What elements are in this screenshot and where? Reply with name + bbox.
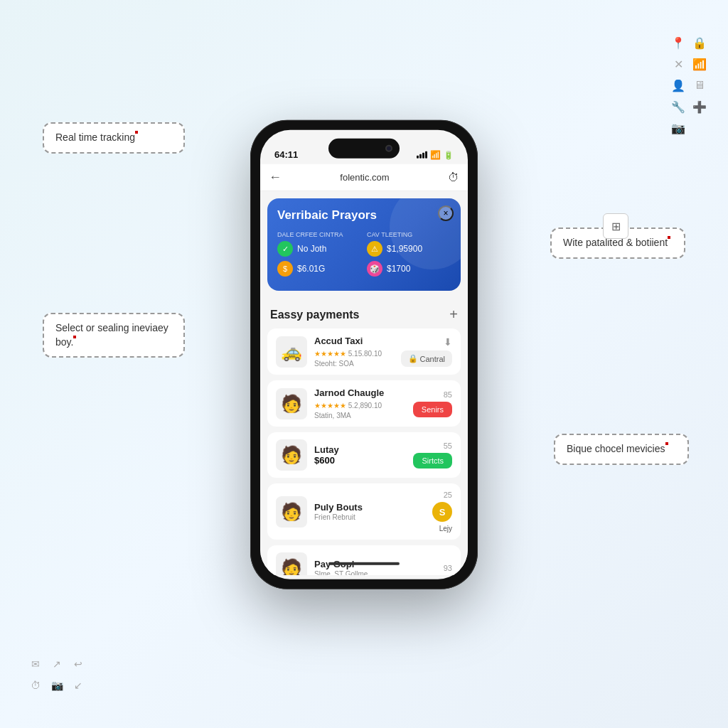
- promo-col2-label: Cav Tleeting: [367, 231, 451, 238]
- senirs-button[interactable]: Senirs: [413, 401, 452, 417]
- close-icon[interactable]: ✕: [671, 57, 685, 71]
- undo-icon[interactable]: ↩: [71, 657, 85, 671]
- item-right-4: 25 S Lejy: [432, 491, 452, 532]
- promo-dot-pink: 🎲: [367, 261, 382, 277]
- item-avatar-5: 🧑: [276, 552, 307, 575]
- promo-dot-green: ✓: [277, 241, 293, 257]
- home-indicator: [328, 562, 400, 565]
- person-icon-2: 🧑: [281, 393, 302, 413]
- item-sub-5: Slme, ST Gollme: [314, 569, 437, 575]
- item-avatar-4: 🧑: [276, 496, 307, 527]
- signal-bar-3: [422, 153, 424, 159]
- promo-item-4: 🎲 $1700: [367, 261, 451, 277]
- annotation-bique: Bique chocel mevicies: [554, 434, 689, 465]
- item-right-2: 85 Senirs: [413, 390, 452, 417]
- mail-icon[interactable]: ✉: [28, 657, 43, 671]
- dynamic-island: [328, 139, 400, 159]
- item-name-1: Accud Taxi: [314, 336, 394, 346]
- item-price-5: 93: [444, 564, 452, 572]
- phone-frame: 64:11 📶 🔋 ← folentic.com ⏱: [250, 120, 478, 589]
- item-amount-3: $600: [314, 455, 406, 466]
- back-icon[interactable]: ↙: [71, 678, 85, 692]
- item-info-2: Jarnod Chaugle ★★★★★ 5.2,890.10 Statin, …: [314, 387, 406, 419]
- item-sub-2: Statin, 3MA: [314, 412, 406, 419]
- browser-bar: ← folentic.com ⏱: [260, 164, 468, 191]
- figma-panel-icon[interactable]: ⊞: [603, 213, 628, 239]
- url-display: folentic.com: [340, 172, 389, 183]
- signal-icon: 📶: [692, 57, 707, 71]
- signal-bar-1: [417, 156, 419, 159]
- section-title: Eassy payments: [270, 308, 359, 321]
- promo-grid: Dale Crfee Cintra ✓ No Joth $ $6.01G: [277, 231, 451, 281]
- promo-item-2: $ $6.01G: [277, 261, 361, 277]
- item-name-2: Jarnod Chaugle: [314, 387, 406, 398]
- item-avatar-3: 🧑: [276, 439, 307, 471]
- promo-item-3: ⚠ $1,95900: [367, 241, 451, 257]
- status-icons: 📶 🔋: [417, 150, 454, 160]
- camera-icon[interactable]: 📷: [671, 121, 685, 135]
- item-info-3: Lutay $600: [314, 444, 406, 466]
- item-info-1: Accud Taxi ★★★★★ 5.15.80.10 Steoht: SOA: [314, 336, 394, 368]
- car-icon: 🚕: [281, 341, 302, 361]
- item-name-4: Puly Bouts: [314, 502, 425, 513]
- item-info-4: Puly Bouts Frien Rebruit: [314, 502, 425, 521]
- promo-dot-yellow: ⚠: [367, 241, 382, 257]
- sirtcts-button[interactable]: Sirtcts: [413, 453, 452, 469]
- promo-item-4-text: $1700: [387, 264, 410, 274]
- item-name-3: Lutay: [314, 444, 406, 455]
- back-button[interactable]: ←: [269, 170, 282, 185]
- item-rating-1: 5.15.80.10: [346, 350, 382, 358]
- pin-icon[interactable]: 📍: [671, 36, 685, 50]
- promo-col1: Dale Crfee Cintra ✓ No Joth $ $6.01G: [277, 231, 361, 281]
- item-right-3: 55 Sirtcts: [413, 441, 452, 469]
- promo-close-button[interactable]: ×: [438, 205, 454, 221]
- promo-item-3-text: $1,95900: [387, 244, 422, 254]
- item-sub-1: Steoht: SOA: [314, 360, 394, 368]
- download-icon-1: ⬇: [444, 336, 452, 348]
- clock-icon[interactable]: ⏱: [28, 678, 43, 692]
- phone-mockup: 64:11 📶 🔋 ← folentic.com ⏱: [250, 120, 478, 589]
- user-icon[interactable]: 👤: [671, 78, 685, 92]
- cancel-button-1[interactable]: 🔒 Cantral: [401, 350, 452, 367]
- add-icon[interactable]: ➕: [692, 100, 707, 114]
- item-rating-2: 5.2,890.10: [346, 402, 382, 410]
- monitor-icon[interactable]: 🖥: [692, 78, 707, 92]
- signal-bar-4: [425, 151, 427, 159]
- promo-item-2-text: $6.01G: [297, 264, 325, 274]
- browser-menu-icon[interactable]: ⏱: [448, 171, 459, 183]
- toolbar-icons: 📍 🔒 ✕ 📶 👤 🖥 🔧 ➕ 📷: [671, 36, 707, 135]
- promo-col1-label: Dale Crfee Cintra: [277, 231, 361, 238]
- promo-dot-orange: $: [277, 261, 293, 277]
- add-payment-button[interactable]: +: [449, 306, 458, 323]
- status-time: 64:11: [274, 149, 298, 160]
- promo-title: Verribaic Prayors: [277, 208, 451, 223]
- item-price-2: 85: [444, 390, 452, 398]
- promo-item-1-text: No Joth: [297, 244, 326, 254]
- lock-icon[interactable]: 🔒: [692, 36, 707, 50]
- payment-item-2[interactable]: 🧑 Jarnod Chaugle ★★★★★ 5.2,890.10 Statin…: [267, 380, 461, 427]
- camera2-icon[interactable]: 📷: [50, 678, 64, 692]
- signal-bars: [417, 151, 427, 159]
- wifi-icon: 📶: [430, 150, 441, 160]
- front-camera: [385, 145, 392, 152]
- item-stars-1: ★★★★★: [314, 350, 346, 358]
- promo-col2: Cav Tleeting ⚠ $1,95900 🎲 $1700: [367, 231, 451, 281]
- payment-item-1[interactable]: 🚕 Accud Taxi ★★★★★ 5.15.80.10 Steoht: SO…: [267, 328, 461, 375]
- payment-item-5[interactable]: 🧑 Pay Gopl Slme, ST Gollme 93: [267, 545, 461, 575]
- wrench-icon[interactable]: 🔧: [671, 100, 685, 114]
- promo-item-1: ✓ No Joth: [277, 241, 361, 257]
- item-price-3: 55: [444, 441, 452, 450]
- lock-small-icon: 🔒: [408, 354, 418, 363]
- scroll-content[interactable]: × Verribaic Prayors Dale Crfee Cintra ✓ …: [260, 191, 468, 575]
- battery-icon: 🔋: [444, 150, 454, 159]
- item-right-1: ⬇ 🔒 Cantral: [401, 336, 452, 367]
- payment-item-4[interactable]: 🧑 Puly Bouts Frien Rebruit 25 S Lejy: [267, 483, 461, 540]
- item-avatar-2: 🧑: [276, 387, 307, 419]
- lejy-button[interactable]: S: [432, 502, 452, 522]
- payment-item-3[interactable]: 🧑 Lutay $600 55 Sirtcts: [267, 432, 461, 478]
- phone-screen: 64:11 📶 🔋 ← folentic.com ⏱: [260, 130, 468, 579]
- annotation-tracking: Real time tracking: [43, 122, 185, 154]
- item-sub-4: Frien Rebruit: [314, 513, 425, 521]
- person-icon-3: 🧑: [281, 445, 302, 465]
- share-icon[interactable]: ↗: [50, 657, 64, 671]
